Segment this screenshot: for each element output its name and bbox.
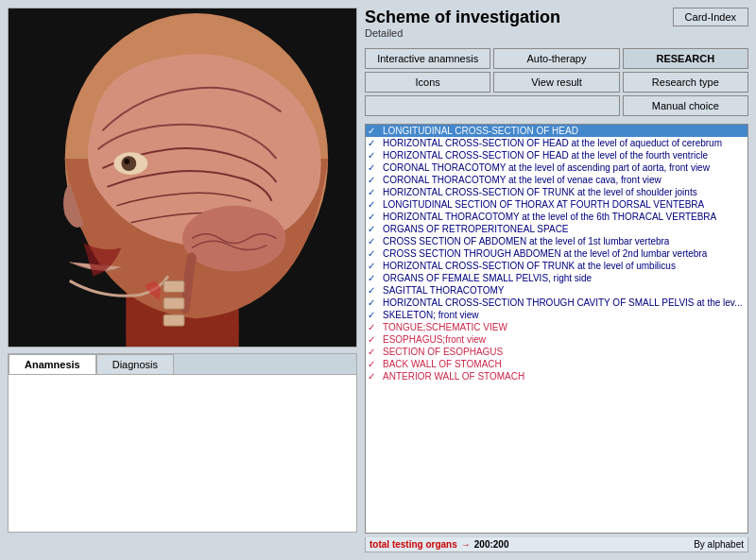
research-type-button[interactable]: Research type	[623, 72, 748, 93]
interactive-anamnesis-button[interactable]: Interactive anamnesis	[365, 48, 490, 69]
list-item[interactable]: ✓CORONAL THORACOTOMY at the level of ven…	[366, 174, 747, 186]
list-item-text: HORIZONTAL CROSS-SECTION OF HEAD at the …	[383, 138, 722, 148]
list-item-text: HORIZONTAL CROSS-SECTION OF HEAD at the …	[383, 150, 708, 161]
svg-rect-9	[163, 297, 184, 309]
bottom-tabs-panel: Anamnesis Diagnosis	[8, 353, 357, 533]
list-item[interactable]: ✓ORGANS OF FEMALE SMALL PELVIS, right si…	[366, 272, 747, 284]
list-item[interactable]: ✓SECTION OF ESOPHAGUS	[366, 346, 747, 358]
arrow-icon: →	[461, 539, 471, 550]
counter-display: 200:200	[474, 539, 509, 550]
list-item-text: HORIZONTAL CROSS-SECTION OF TRUNK at the…	[383, 187, 697, 197]
list-item-text: HORIZONTAL CROSS-SECTION THROUGH CAVITY …	[383, 297, 742, 308]
list-item[interactable]: ✓HORIZONTAL CROSS-SECTION OF HEAD at the…	[366, 149, 747, 161]
organ-list-container: ✓LONGITUDINAL CROSS-SECTION OF HEAD✓HORI…	[365, 124, 748, 534]
svg-rect-10	[163, 314, 184, 326]
brain-image	[8, 8, 357, 348]
scheme-title: Scheme of investigation	[365, 8, 560, 27]
list-item-text: SECTION OF ESOPHAGUS	[383, 347, 503, 357]
list-item-text: ORGANS OF FEMALE SMALL PELVIS, right sid…	[383, 273, 592, 283]
list-item[interactable]: ✓SAGITTAL THORACOTOMY	[366, 284, 747, 297]
list-item-text: LONGITUDINAL CROSS-SECTION OF HEAD	[383, 126, 578, 136]
tab-diagnosis[interactable]: Diagnosis	[96, 354, 174, 374]
tab-row: Anamnesis Diagnosis	[9, 354, 356, 375]
by-alphabet-label: By alphabet	[694, 539, 744, 550]
research-button[interactable]: RESEARCH	[623, 48, 748, 69]
list-item-text: CORONAL THORACOTOMY at the level of asce…	[383, 162, 710, 173]
svg-point-4	[182, 206, 285, 272]
list-item[interactable]: ✓ANTERIOR WALL OF STOMACH	[366, 370, 747, 382]
list-item[interactable]: ✓ESOPHAGUS;front view	[366, 333, 747, 346]
list-item[interactable]: ✓HORIZONTAL CROSS-SECTION OF TRUNK at th…	[366, 186, 747, 198]
list-item[interactable]: ✓CORONAL THORACOTOMY at the level of asc…	[366, 161, 747, 174]
icons-button[interactable]: Icons	[365, 72, 490, 93]
list-item-text: ANTERIOR WALL OF STOMACH	[383, 371, 524, 382]
list-item[interactable]: ✓CROSS SECTION OF ABDOMEN at the level o…	[366, 235, 747, 247]
button-grid: Interactive anamnesis Auto-therapy RESEA…	[365, 48, 748, 116]
list-item-text: CROSS SECTION THROUGH ABDOMEN at the lev…	[383, 248, 707, 259]
list-item-text: HORIZONTAL CROSS-SECTION OF TRUNK at the…	[383, 261, 676, 271]
list-item-text: CORONAL THORACOTOMY at the level of vena…	[383, 175, 662, 185]
list-item[interactable]: ✓HORIZONTAL CROSS-SECTION THROUGH CAVITY…	[366, 297, 747, 309]
tab-anamnesis[interactable]: Anamnesis	[9, 354, 96, 374]
list-item[interactable]: ✓CROSS SECTION THROUGH ABDOMEN at the le…	[366, 247, 747, 260]
view-result-button[interactable]: View result	[493, 72, 619, 93]
list-item[interactable]: ✓SKELETON; front view	[366, 309, 747, 321]
list-item[interactable]: ✓HORIZONTAL CROSS-SECTION OF TRUNK at th…	[366, 260, 747, 272]
list-item-text: ESOPHAGUS;front view	[383, 334, 486, 345]
list-item-text: CROSS SECTION OF ABDOMEN at the level of…	[383, 236, 669, 246]
right-header: Scheme of investigation Detailed Card-In…	[365, 8, 748, 42]
list-item-text: TONGUE;SCHEMATIC VIEW	[383, 322, 507, 332]
list-item[interactable]: ✓HORIZONTAL THORACOTOMY at the level of …	[366, 211, 747, 223]
organ-list-scroll[interactable]: ✓LONGITUDINAL CROSS-SECTION OF HEAD✓HORI…	[366, 125, 747, 533]
list-item[interactable]: ✓TONGUE;SCHEMATIC VIEW	[366, 321, 747, 333]
list-item-text: LONGITUDINAL SECTION OF THORAX AT FOURTH…	[383, 199, 704, 210]
list-item[interactable]: ✓BACK WALL OF STOMACH	[366, 358, 747, 370]
list-item[interactable]: ✓HORIZONTAL CROSS-SECTION OF HEAD at the…	[366, 137, 747, 149]
bottom-status-bar: total testing organs → 200:200 By alphab…	[365, 537, 748, 552]
list-item-text: BACK WALL OF STOMACH	[383, 359, 502, 369]
auto-therapy-button[interactable]: Auto-therapy	[493, 48, 619, 69]
tab-content-area	[9, 375, 356, 532]
list-item-text: SKELETON; front view	[383, 310, 479, 320]
total-label: total testing organs	[369, 539, 457, 550]
list-item[interactable]: ✓LONGITUDINAL CROSS-SECTION OF HEAD	[366, 125, 747, 137]
manual-choice-button[interactable]: Manual choice	[623, 95, 748, 116]
list-item-text: HORIZONTAL THORACOTOMY at the level of t…	[383, 212, 716, 222]
svg-rect-8	[163, 280, 184, 292]
list-item-text: ORGANS OF RETROPERITONEAL SPACE	[383, 224, 569, 234]
card-index-button[interactable]: Card-Index	[673, 8, 748, 26]
list-item[interactable]: ✓LONGITUDINAL SECTION OF THORAX AT FOURT…	[366, 198, 747, 211]
list-item-text: SAGITTAL THORACOTOMY	[383, 285, 505, 296]
scheme-subtitle: Detailed	[365, 27, 560, 39]
list-item[interactable]: ✓ORGANS OF RETROPERITONEAL SPACE	[366, 223, 747, 235]
svg-point-7	[124, 159, 129, 164]
